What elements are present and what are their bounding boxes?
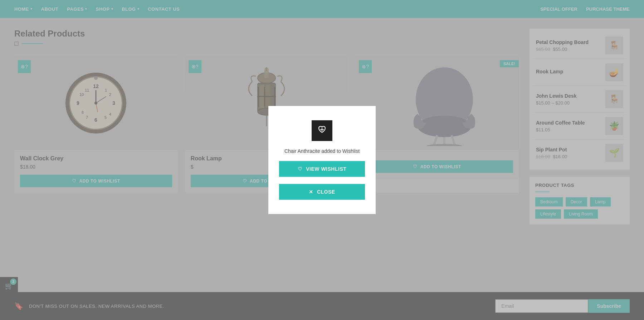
close-modal-button[interactable]: ✕ Close — [279, 184, 365, 200]
view-wishlist-button[interactable]: ♡ View Wishlist — [279, 161, 365, 177]
modal-overlay[interactable]: Chair Anthracite added to Wishlist ♡ Vie… — [0, 0, 644, 320]
modal-icon-box — [312, 120, 332, 141]
wishlist-heart-icon — [317, 125, 327, 137]
modal-box: Chair Anthracite added to Wishlist ♡ Vie… — [268, 106, 376, 214]
close-icon: ✕ — [309, 189, 313, 195]
modal-message: Chair Anthracite added to Wishlist — [284, 148, 360, 154]
heart-icon-modal: ♡ — [298, 166, 303, 172]
